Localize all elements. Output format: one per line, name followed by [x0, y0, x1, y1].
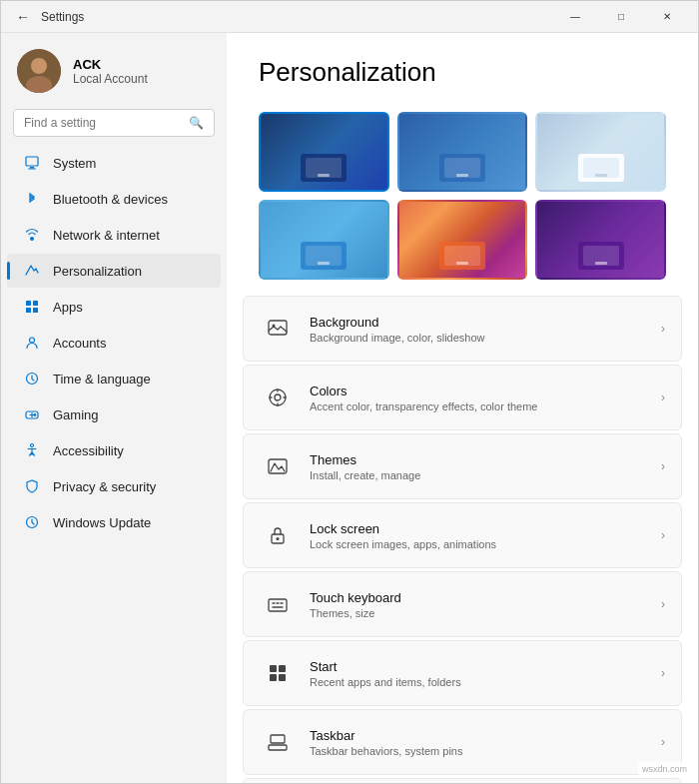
svg-rect-35 [269, 599, 287, 611]
accounts-icon [23, 334, 41, 352]
back-button[interactable]: ← [9, 3, 37, 31]
nav-label-personalization: Personalization [53, 264, 142, 279]
theme-grid [227, 112, 698, 296]
svg-rect-6 [26, 301, 31, 306]
touchkeyboard-text: Touch keyboard Themes, size [310, 590, 661, 619]
svg-rect-4 [30, 167, 34, 169]
touchkeyboard-title: Touch keyboard [310, 590, 661, 605]
settings-item-start[interactable]: Start Recent apps and items, folders › [243, 640, 682, 706]
nav-item-network[interactable]: Network & internet [7, 218, 221, 252]
svg-rect-17 [318, 174, 330, 177]
page-title: Personalization [259, 57, 666, 88]
themes-desc: Install, create, manage [310, 469, 661, 481]
content-area: ACK Local Account 🔍 System [1, 33, 698, 783]
svg-point-31 [275, 394, 281, 400]
time-icon [23, 370, 41, 388]
lockscreen-icon [260, 517, 296, 553]
search-box[interactable]: 🔍 [13, 109, 215, 137]
nav-item-windows-update[interactable]: Windows Update [7, 505, 221, 539]
taskbar-text: Taskbar Taskbar behaviors, system pins [310, 728, 661, 757]
privacy-icon [23, 477, 41, 495]
taskbar-chevron: › [661, 735, 665, 749]
settings-item-colors[interactable]: Colors Accent color, transparency effect… [243, 365, 682, 430]
nav-item-accounts[interactable]: Accounts [7, 326, 221, 360]
nav-label-bluetooth: Bluetooth & devices [53, 192, 168, 207]
nav-system[interactable]: System [1, 145, 227, 181]
themes-text: Themes Install, create, manage [310, 452, 661, 481]
nav-gaming[interactable]: Gaming [1, 396, 227, 432]
nav-accounts[interactable]: Accounts [1, 325, 227, 361]
accessibility-icon [23, 441, 41, 459]
nav-personalization[interactable]: Personalization [1, 253, 227, 289]
colors-icon [260, 380, 296, 415]
nav-item-apps[interactable]: Apps [7, 290, 221, 324]
nav-label-system: System [53, 156, 96, 171]
taskbar-title: Taskbar [310, 728, 661, 743]
settings-item-background[interactable]: Background Background image, color, slid… [243, 296, 682, 362]
settings-window: ← Settings — □ ✕ [0, 0, 699, 784]
nav-network[interactable]: Network & internet [1, 217, 227, 253]
settings-item-taskbar[interactable]: Taskbar Taskbar behaviors, system pins › [243, 709, 682, 775]
nav-label-time: Time & language [53, 372, 151, 387]
touchkeyboard-desc: Themes, size [310, 607, 661, 619]
colors-text: Colors Accent color, transparency effect… [310, 384, 661, 412]
user-profile[interactable]: ACK Local Account [1, 33, 227, 105]
close-button[interactable]: ✕ [644, 1, 690, 33]
theme-thumb-3[interactable] [535, 112, 666, 192]
nav-item-accessibility[interactable]: Accessibility [7, 433, 221, 467]
main-header: Personalization [227, 33, 698, 112]
colors-chevron: › [661, 391, 665, 404]
settings-item-themes[interactable]: Themes Install, create, manage › [243, 433, 682, 499]
theme-thumb-2[interactable] [397, 112, 528, 192]
nav-apps[interactable]: Apps [1, 289, 227, 325]
nav-item-personalization[interactable]: Personalization [7, 254, 221, 288]
theme-thumb-5[interactable] [397, 200, 528, 280]
nav-windows-update[interactable]: Windows Update [1, 504, 227, 540]
nav-item-bluetooth[interactable]: Bluetooth & devices [7, 182, 221, 216]
system-icon [23, 154, 41, 172]
settings-list: Background Background image, color, slid… [227, 296, 698, 783]
settings-item-lockscreen[interactable]: Lock screen Lock screen images, apps, an… [243, 502, 682, 568]
background-desc: Background image, color, slideshow [310, 332, 661, 344]
lockscreen-chevron: › [661, 528, 665, 542]
svg-rect-8 [26, 308, 31, 313]
nav-time[interactable]: Time & language [1, 361, 227, 396]
minimize-button[interactable]: — [552, 1, 598, 33]
nav-item-privacy[interactable]: Privacy & security [7, 469, 221, 503]
nav-privacy[interactable]: Privacy & security [1, 468, 227, 504]
svg-point-13 [34, 414, 36, 416]
user-info: ACK Local Account [73, 57, 148, 86]
nav-accessibility[interactable]: Accessibility [1, 432, 227, 468]
theme-thumb-4[interactable] [259, 200, 389, 280]
nav-label-accessibility: Accessibility [53, 443, 124, 458]
nav-label-accounts: Accounts [53, 336, 106, 351]
themes-title: Themes [310, 452, 661, 467]
svg-rect-27 [595, 262, 607, 265]
apps-icon [23, 298, 41, 316]
nav-item-system[interactable]: System [7, 146, 221, 180]
theme-thumb-6[interactable] [535, 200, 666, 280]
svg-point-29 [273, 325, 276, 328]
main-content: Personalization [227, 33, 698, 783]
nav-item-gaming[interactable]: Gaming [7, 397, 221, 431]
settings-item-touchkeyboard[interactable]: Touch keyboard Themes, size › [243, 571, 682, 637]
titlebar-title: Settings [41, 10, 84, 24]
nav-label-network: Network & internet [53, 228, 160, 243]
svg-point-34 [277, 537, 280, 540]
taskbar-icon [260, 724, 296, 760]
theme-thumb-1[interactable] [259, 112, 389, 192]
user-name: ACK [73, 57, 148, 72]
user-role: Local Account [73, 72, 148, 86]
svg-rect-40 [269, 745, 287, 750]
nav-bluetooth[interactable]: Bluetooth & devices [1, 181, 227, 217]
network-icon [23, 226, 41, 244]
settings-item-fonts[interactable]: Aa Fonts Install, manage › [243, 778, 682, 783]
nav-item-time[interactable]: Time & language [7, 362, 221, 395]
lockscreen-desc: Lock screen images, apps, animations [310, 538, 661, 550]
search-input[interactable] [24, 116, 181, 130]
start-title: Start [310, 659, 661, 674]
background-chevron: › [661, 322, 665, 336]
maximize-button[interactable]: □ [598, 1, 644, 33]
nav-label-gaming: Gaming [53, 407, 99, 422]
lockscreen-title: Lock screen [310, 521, 661, 536]
